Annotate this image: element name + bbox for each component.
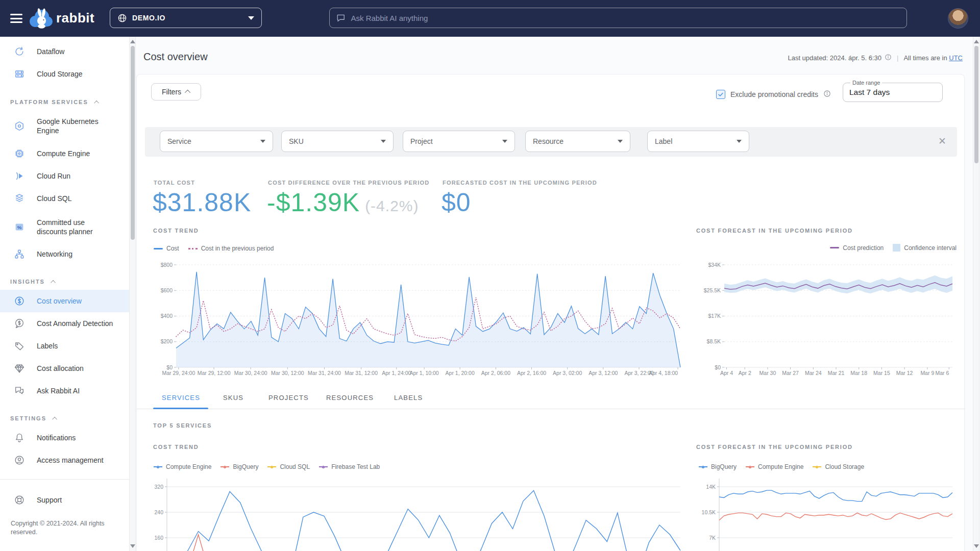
legend-swatch <box>319 466 328 468</box>
legend-item[interactable]: BigQuery <box>220 463 258 470</box>
forecast-header: COST FORECAST IN THE UPCOMING PERIOD <box>696 228 853 234</box>
rabbit-logo <box>29 7 53 30</box>
legend-swatch <box>267 466 276 468</box>
legend-item[interactable]: Confidence interval <box>893 244 957 252</box>
legend-item[interactable]: Cost <box>154 245 179 252</box>
hamburger-menu-icon[interactable] <box>10 14 22 23</box>
sidebar-item-label: Cost overview <box>37 296 82 306</box>
svg-text:Apr 1, 24:00: Apr 1, 24:00 <box>382 370 411 376</box>
label-filter-dropdown[interactable]: Label <box>647 131 749 152</box>
forecast-legend: Cost prediction Confidence interval <box>699 244 957 252</box>
sidebar-item-notifications[interactable]: Notifications <box>0 427 129 449</box>
sidebar-item-cloud-run[interactable]: Cloud Run <box>0 165 129 187</box>
service-filter-dropdown[interactable]: Service <box>160 131 273 152</box>
sidebar-item-label: Committed use discounts planner <box>37 218 106 236</box>
scroll-down-arrow[interactable] <box>130 544 135 548</box>
svg-text:Mar 30, 24:00: Mar 30, 24:00 <box>234 370 267 376</box>
sidebar-section-platform-services[interactable]: PLATFORM SERVICES <box>0 97 129 107</box>
top5-forecast-chart[interactable]: 14K10.5K7K3.5K0 <box>699 478 957 551</box>
scroll-up-arrow[interactable] <box>974 40 979 43</box>
tab-services[interactable]: SERVICES <box>162 394 200 402</box>
tab-resources[interactable]: RESOURCES <box>326 394 374 402</box>
dropdown-arrow-icon <box>260 140 265 143</box>
sidebar-item-cloud-storage[interactable]: Cloud Storage <box>0 63 129 85</box>
svg-text:Mar 27: Mar 27 <box>782 370 799 376</box>
sidebar-item-access-management[interactable]: Access management <box>0 449 129 471</box>
cost-trend-chart[interactable]: $800$600$400$200$0Mar 29, 24:00Mar 29, 1… <box>154 258 684 379</box>
svg-text:7K: 7K <box>709 535 716 541</box>
sidebar-item-cost-allocation[interactable]: Cost allocation <box>0 357 129 380</box>
sidebar-item-support[interactable]: Support <box>0 489 129 511</box>
scrollbar-thumb[interactable] <box>974 46 978 163</box>
utc-link[interactable]: UTC <box>949 54 963 62</box>
top5-cost-trend-chart[interactable]: 320240160800 <box>154 478 684 551</box>
sidebar-section-settings[interactable]: SETTINGS <box>0 413 129 423</box>
svg-text:Mar 30: Mar 30 <box>760 370 776 376</box>
cost-forecast-chart[interactable]: $34K$25.5K$17K$8.5K$0Apr 4Apr 2Mar 30Mar… <box>699 258 957 379</box>
sidebar-item-networking[interactable]: Networking <box>0 243 129 265</box>
legend-swatch <box>893 244 900 252</box>
sidebar-section-insights[interactable]: INSIGHTS <box>0 277 129 287</box>
tab-labels[interactable]: LABELS <box>394 394 423 402</box>
exclude-credits-checkbox[interactable] <box>716 90 725 99</box>
resource-filter-dropdown[interactable]: Resource <box>525 131 630 152</box>
svg-text:Mar 31, 12:00: Mar 31, 12:00 <box>345 370 378 376</box>
info-icon[interactable] <box>823 90 831 99</box>
last-updated-text: Last updated: 2024. ápr. 5. 6:30 <box>788 54 881 62</box>
dropdown-label: Project <box>410 137 433 145</box>
cost-trend-header: COST TREND <box>153 444 199 450</box>
sidebar-item-label: Labels <box>37 341 58 350</box>
date-range-picker[interactable]: Date range Last 7 days <box>843 80 943 102</box>
sidebar-item-cloud-sql[interactable]: Cloud SQL <box>0 187 129 210</box>
sidebar-item-labels[interactable]: Labels <box>0 335 129 357</box>
copyright-text: Copyright © 2021-2024. All rights reserv… <box>0 511 129 537</box>
sidebar-item-label: Cloud Run <box>37 171 70 181</box>
scrollbar-thumb[interactable] <box>131 46 135 240</box>
sidebar-item-cost-overview[interactable]: Cost overview <box>0 290 129 312</box>
sidebar-item-gke[interactable]: Google Kubernetes Engine <box>0 112 129 140</box>
top5-forecast-legend: BigQuery Compute Engine Cloud Storage <box>699 463 864 470</box>
user-avatar[interactable] <box>948 8 968 29</box>
svg-text:Mar 24: Mar 24 <box>805 370 822 376</box>
org-selector[interactable]: DEMO.IO <box>110 8 262 28</box>
project-filter-dropdown[interactable]: Project <box>403 131 515 152</box>
svg-text:Apr 2, 06:00: Apr 2, 06:00 <box>481 370 510 376</box>
svg-text:Mar 12: Mar 12 <box>896 370 913 376</box>
legend-label: Cloud Storage <box>825 463 864 470</box>
legend-item[interactable]: Compute Engine <box>746 463 803 470</box>
legend-item[interactable]: Cloud SQL <box>267 463 310 470</box>
close-filters-icon[interactable]: ✕ <box>936 135 949 148</box>
legend-item[interactable]: Firebase Test Lab <box>319 463 380 470</box>
tab-skus[interactable]: SKUS <box>223 394 243 402</box>
page-scrollbar-right[interactable] <box>973 37 979 551</box>
page-title: Cost overview <box>143 51 208 63</box>
info-icon[interactable] <box>885 54 892 62</box>
sidebar-item-dataflow[interactable]: Dataflow <box>0 40 129 63</box>
ai-search-bar[interactable] <box>329 8 907 28</box>
sku-filter-dropdown[interactable]: SKU <box>281 131 394 152</box>
svg-text:Apr 3, 02:00: Apr 3, 02:00 <box>553 370 582 376</box>
scroll-down-arrow[interactable] <box>974 544 979 548</box>
legend-item[interactable]: Compute Engine <box>154 463 211 470</box>
sidebar-item-compute-engine[interactable]: Compute Engine <box>0 142 129 165</box>
svg-text:Apr 1, 10:00: Apr 1, 10:00 <box>409 370 438 376</box>
legend-item[interactable]: Cost in the previous period <box>188 245 274 252</box>
svg-text:Mar 29, 24:00: Mar 29, 24:00 <box>162 370 195 376</box>
svg-text:240: 240 <box>154 509 163 515</box>
kubernetes-engine-icon <box>13 120 26 132</box>
search-input[interactable] <box>351 14 900 22</box>
filters-button[interactable]: Filters <box>151 83 201 101</box>
legend-item[interactable]: Cloud Storage <box>813 463 864 470</box>
legend-item[interactable]: Cost prediction <box>830 244 884 252</box>
legend-item[interactable]: BigQuery <box>699 463 737 470</box>
content-scrollbar-left[interactable] <box>129 37 136 551</box>
scroll-up-arrow[interactable] <box>130 40 135 43</box>
legend-swatch <box>220 466 229 468</box>
tab-projects[interactable]: PROJECTS <box>268 394 309 402</box>
sidebar-item-cud-planner[interactable]: % Committed use discounts planner <box>0 213 129 241</box>
sidebar-item-ask-rabbit-ai[interactable]: Ask Rabbit AI <box>0 380 129 402</box>
sidebar-item-cost-anomaly[interactable]: Cost Anomaly Detection <box>0 312 129 335</box>
legend-label: Cost <box>166 245 179 252</box>
sidebar-item-label: Ask Rabbit AI <box>37 386 80 395</box>
svg-text:Apr 3, 12:00: Apr 3, 12:00 <box>589 370 618 376</box>
